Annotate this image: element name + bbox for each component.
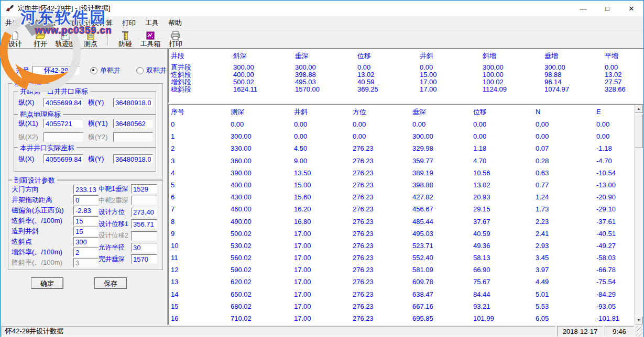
tool-design[interactable]: 设计: [3, 31, 28, 47]
menu-item[interactable]: 打印: [117, 16, 140, 30]
table-cell: 400.00: [228, 179, 292, 191]
table-row[interactable]: 1300.000.000.00300.000.000.000.00: [169, 130, 643, 142]
table-cell: 300.00: [293, 64, 355, 71]
table-cell: 430.00: [228, 191, 292, 203]
menu-item[interactable]: 井位: [1, 16, 24, 30]
table-row: 增斜段500.02495.0340.5917.00100.0296.1427.5…: [169, 78, 643, 86]
maximize-button[interactable]: □: [595, 1, 619, 16]
table-cell: 523.71: [410, 240, 471, 252]
param-input[interactable]: [73, 227, 99, 236]
tool-open[interactable]: 打开: [28, 31, 53, 47]
status-date: 2018-12-17: [557, 326, 603, 336]
tool-print[interactable]: 打印: [163, 31, 188, 47]
table-row[interactable]: 2330.004.50276.23329.981.180.07-1.18: [169, 142, 643, 154]
radio-icon: [136, 67, 144, 74]
radio-single-target[interactable]: 单靶井: [90, 66, 121, 75]
table-cell: 276.23: [351, 300, 410, 312]
param-input[interactable]: [131, 184, 157, 194]
resize-grip[interactable]: [636, 326, 642, 336]
param-row: 设计位移2: [99, 231, 157, 241]
table-row[interactable]: 4390.0013.50276.23389.1910.560.63-10.54: [169, 167, 643, 179]
table-row[interactable]: 16710.0217.00276.23695.85101.996.05-101.…: [169, 312, 643, 324]
coord-input[interactable]: [113, 119, 153, 128]
table-cell: 13.02: [603, 71, 643, 78]
param-input[interactable]: [73, 248, 99, 257]
param-input[interactable]: [73, 206, 99, 215]
minimize-button[interactable]: —: [571, 1, 595, 16]
table-row[interactable]: 8490.0016.80276.23485.4437.672.23-37.61: [169, 216, 643, 228]
group-title: 靶点地理座标: [18, 110, 63, 119]
table-cell: 276.23: [351, 264, 410, 276]
menu-item[interactable]: 帮助: [163, 16, 187, 30]
tool-trajectory[interactable]: 轨迹图: [53, 31, 78, 47]
menu-item[interactable]: 计算方法: [24, 16, 60, 30]
table-cell: 稳斜段: [169, 86, 231, 93]
table-row[interactable]: 13620.0217.00276.23609.7875.674.49-75.54: [169, 276, 643, 288]
table-row[interactable]: 5400.0015.00276.23398.8813.020.77-13.00: [169, 179, 643, 191]
param-input[interactable]: [131, 243, 157, 252]
table-row[interactable]: 10530.0217.00276.23523.7149.362.93-49.27: [169, 240, 643, 252]
column-header: 井斜: [418, 52, 481, 60]
column-header: 方位: [351, 106, 410, 118]
table-row[interactable]: 6430.0015.60276.23427.8220.931.24-20.90: [169, 191, 643, 203]
param-input[interactable]: [73, 185, 99, 194]
save-button[interactable]: 保存: [94, 277, 127, 289]
table-cell: 1.73: [533, 203, 594, 215]
table-cell: 93.21: [471, 300, 533, 312]
radio-label: 双靶井: [146, 66, 167, 75]
table-row[interactable]: 12590.0217.00276.23581.0966.903.97-66.78: [169, 264, 643, 276]
vertical-scrollbar[interactable]: ▲ ▼: [634, 105, 643, 324]
table-row[interactable]: 00.000.000.000.000.000.000.00: [169, 118, 643, 130]
scrollbar-thumb[interactable]: [635, 114, 643, 148]
table-cell: 16.80: [292, 216, 351, 228]
table-cell: 13.02: [471, 179, 533, 191]
field-label: 纵(X2): [18, 132, 43, 142]
param-input[interactable]: [73, 216, 99, 226]
close-button[interactable]: ✕: [619, 1, 643, 16]
scroll-down-button[interactable]: ▼: [635, 316, 643, 324]
table-row[interactable]: 3360.009.00276.23359.774.700.28-4.70: [169, 155, 643, 167]
tool-survey-points[interactable]: 测点: [78, 31, 103, 47]
coord-input[interactable]: [43, 119, 83, 128]
radio-double-target[interactable]: 双靶井: [136, 66, 167, 75]
coord-input[interactable]: [43, 98, 83, 107]
table-cell: 5.53: [533, 300, 594, 312]
table-cell: 276.23: [351, 167, 410, 179]
table-row[interactable]: 11560.0217.00276.23552.4058.133.45-58.03: [169, 252, 643, 264]
table-cell: 4.49: [533, 276, 594, 288]
coord-input[interactable]: [43, 154, 83, 164]
param-input[interactable]: [131, 254, 157, 264]
table-cell: 581.09: [410, 264, 471, 276]
param-input[interactable]: [131, 208, 157, 217]
tool-toolbox[interactable]: 工具箱: [138, 31, 163, 47]
table-cell: 17.00: [418, 86, 481, 93]
table-cell: 276.23: [351, 191, 410, 203]
coord-input[interactable]: [113, 154, 153, 164]
well-number-input[interactable]: [32, 66, 80, 75]
param-input[interactable]: [131, 219, 157, 229]
ok-button[interactable]: 确定: [31, 277, 63, 289]
table-cell: 100.02: [481, 78, 542, 86]
table-cell: 1074.97: [542, 86, 603, 93]
column-header: 斜深: [231, 52, 293, 60]
profile-params-group: 剖面设计参数大门方向井架拖动距离磁偏角(东正西负)造斜率(。/100m)造到井斜…: [8, 180, 163, 270]
menu-item[interactable]: 剖面设计及计算: [60, 16, 117, 30]
table-cell: 15.00: [418, 71, 481, 78]
scroll-up-button[interactable]: ▲: [635, 105, 643, 113]
tool-anticollision[interactable]: 防碰: [113, 31, 138, 47]
table-cell: 66.90: [471, 264, 533, 276]
status-time: 9:46: [605, 326, 634, 336]
radio-icon: [90, 67, 97, 74]
table-row[interactable]: 14650.0217.00276.23638.4784.445.01-84.29: [169, 288, 643, 300]
menu-item[interactable]: 工具: [140, 16, 163, 30]
param-input[interactable]: [73, 195, 99, 205]
param-input[interactable]: [73, 237, 99, 246]
coord-input[interactable]: [113, 98, 153, 107]
table-row[interactable]: 15680.0217.00276.23667.1693.215.53-93.05: [169, 300, 643, 312]
table-cell: 398.88: [293, 71, 355, 78]
table-cell: 1124.09: [481, 86, 542, 93]
table-row[interactable]: 9500.0217.00276.23495.0340.592.41-40.51: [169, 228, 643, 240]
table-row[interactable]: 7460.0016.20276.23456.6729.151.73-29.10: [169, 203, 643, 215]
tool-label: 打开: [34, 40, 47, 47]
table-cell: 8: [169, 216, 228, 228]
